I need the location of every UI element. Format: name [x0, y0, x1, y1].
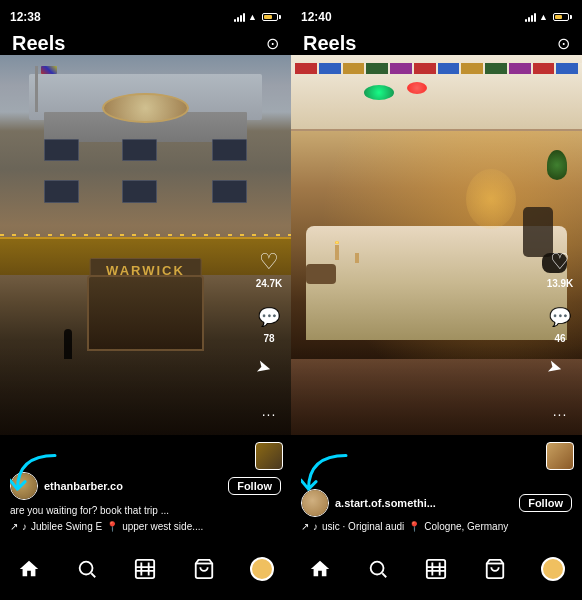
wifi-right: ▲ [539, 12, 548, 22]
music-name-left: Jubilee Swing E [31, 521, 102, 532]
comment-count-left: 78 [263, 333, 274, 344]
camera-icon-left[interactable]: ⊙ [266, 34, 279, 53]
nav-reels-right[interactable] [418, 551, 454, 587]
nav-profile-left[interactable] [244, 551, 280, 587]
status-bar-right: 12:40 ▲ [291, 0, 582, 28]
share-button-left[interactable]: ➤ [255, 358, 283, 386]
header-left: Reels ⊙ [0, 28, 291, 59]
more-button-right[interactable]: ··· [546, 400, 574, 428]
header-right: Reels ⊙ [291, 28, 582, 59]
music-note-right: ♪ [313, 521, 318, 532]
nav-shop-left[interactable] [186, 551, 222, 587]
camera-icon-right[interactable]: ⊙ [557, 34, 570, 53]
nav-home-right[interactable] [302, 551, 338, 587]
nav-search-right[interactable] [360, 551, 396, 587]
comment-icon-left: 💬 [255, 303, 283, 331]
battery-right [553, 13, 572, 21]
share-button-right[interactable]: ➤ [546, 358, 574, 386]
status-icons-right: ▲ [525, 12, 572, 22]
wifi-left: ▲ [248, 12, 257, 22]
svg-point-0 [80, 561, 93, 574]
more-icon-left: ··· [255, 400, 283, 428]
side-actions-right: ♡ 13.9K 💬 46 ➤ ··· [546, 248, 574, 470]
side-actions-left: ♡ 24.7K 💬 78 ➤ ··· [255, 248, 283, 470]
reels-title-left: Reels [12, 32, 65, 55]
svg-point-3 [371, 561, 384, 574]
location-dot-left: 📍 [106, 521, 118, 532]
svg-rect-1 [136, 559, 154, 577]
like-button-left[interactable]: ♡ 24.7K [255, 248, 283, 289]
time-left: 12:38 [10, 10, 41, 24]
location-pin-right: 📍 [408, 521, 420, 532]
svg-rect-4 [427, 559, 445, 577]
arrow-annotation-right [301, 451, 361, 505]
share-icon-right: ➤ [543, 355, 577, 389]
like-count-left: 24.7K [256, 278, 283, 289]
thumbnail-right [546, 442, 574, 470]
status-bar-left: 12:38 ▲ [0, 0, 291, 28]
music-name-right: usic · Original audi [322, 521, 404, 532]
comment-icon-right: 💬 [546, 303, 574, 331]
location-text-left: upper west side.... [122, 521, 203, 532]
heart-icon-right: ♡ [546, 248, 574, 276]
comment-button-left[interactable]: 💬 78 [255, 303, 283, 344]
follow-button-left[interactable]: Follow [228, 477, 281, 495]
right-phone: 12:40 ▲ Reels ⊙ ♡ 13.9K [291, 0, 582, 600]
bottom-nav-left [0, 545, 291, 600]
username-right: a.start.of.somethi... [335, 497, 513, 509]
bottom-nav-right [291, 545, 582, 600]
music-row-left: ↗ ♪ Jubilee Swing E 📍 upper west side...… [10, 521, 281, 532]
like-button-right[interactable]: ♡ 13.9K [546, 248, 574, 289]
music-note-left: ♪ [22, 521, 27, 532]
caption-left: are you waiting for? book that trip ... [10, 504, 281, 517]
signal-left [234, 13, 245, 22]
comment-count-right: 46 [554, 333, 565, 344]
nav-search-left[interactable] [69, 551, 105, 587]
time-right: 12:40 [301, 10, 332, 24]
arrow-icon-left: ↗ [10, 521, 18, 532]
signal-right [525, 13, 536, 22]
username-left: ethanbarber.co [44, 480, 222, 492]
music-row-right: ↗ ♪ usic · Original audi 📍 Cologne, Germ… [301, 521, 572, 532]
status-icons-left: ▲ [234, 12, 281, 22]
location-text-right: Cologne, Germany [424, 521, 508, 532]
more-button-left[interactable]: ··· [255, 400, 283, 428]
heart-icon-left: ♡ [255, 248, 283, 276]
arrow-icon-right: ↗ [301, 521, 309, 532]
like-count-right: 13.9K [547, 278, 574, 289]
comment-button-right[interactable]: 💬 46 [546, 303, 574, 344]
arrow-annotation-left [10, 451, 70, 505]
left-phone: WARWICK 12:38 ▲ R [0, 0, 291, 600]
share-icon-left: ➤ [252, 355, 286, 389]
nav-shop-right[interactable] [477, 551, 513, 587]
battery-left [262, 13, 281, 21]
nav-profile-right[interactable] [535, 551, 571, 587]
nav-home-left[interactable] [11, 551, 47, 587]
nav-reels-left[interactable] [127, 551, 163, 587]
follow-button-right[interactable]: Follow [519, 494, 572, 512]
reels-title-right: Reels [303, 32, 356, 55]
more-icon-right: ··· [546, 400, 574, 428]
